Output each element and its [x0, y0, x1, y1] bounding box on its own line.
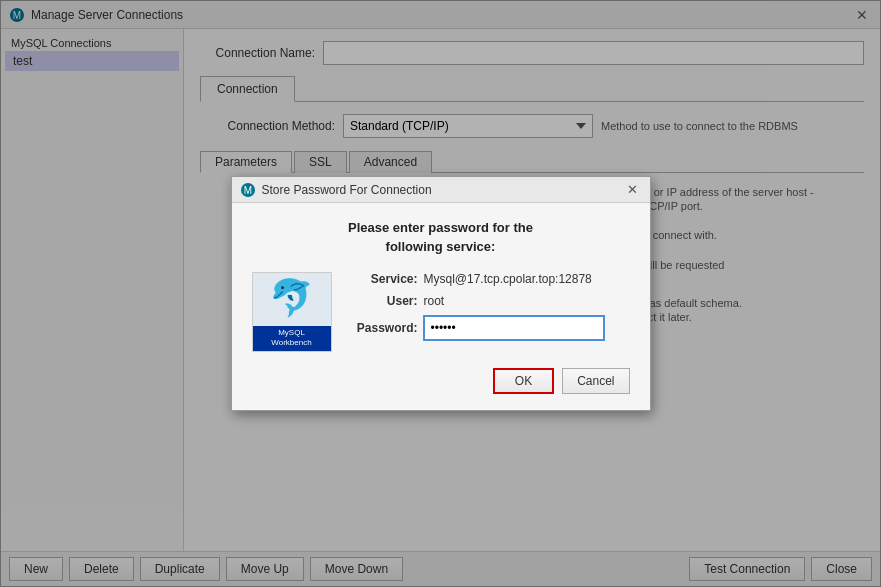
- dialog-content: 🐬 MySQL Workbench Service: Mysql@17.tcp.…: [252, 272, 630, 352]
- svg-text:M: M: [243, 185, 251, 196]
- service-row: Service: Mysql@17.tcp.cpolar.top:12878: [348, 272, 630, 286]
- service-value: Mysql@17.tcp.cpolar.top:12878: [424, 272, 592, 286]
- ok-button[interactable]: OK: [493, 368, 554, 394]
- logo-label-line1: MySQL: [253, 328, 331, 338]
- dialog-fields: Service: Mysql@17.tcp.cpolar.top:12878 U…: [348, 272, 630, 348]
- dialog-icon: M: [240, 182, 256, 198]
- dialog-title-bar: M Store Password For Connection ✕: [232, 177, 650, 203]
- logo-label-line2: Workbench: [253, 338, 331, 348]
- dialog-buttons: OK Cancel: [252, 368, 630, 394]
- service-label: Service:: [348, 272, 418, 286]
- dialog-password-row: Password:: [348, 316, 630, 340]
- dialog-title: Store Password For Connection: [262, 183, 618, 197]
- user-value: root: [424, 294, 445, 308]
- dialog-close-button[interactable]: ✕: [624, 181, 642, 199]
- dialog-password-input[interactable]: [424, 316, 604, 340]
- store-password-dialog: M Store Password For Connection ✕ Please…: [231, 176, 651, 410]
- cancel-button[interactable]: Cancel: [562, 368, 629, 394]
- dolphin-icon: 🐬: [269, 277, 314, 319]
- dialog-password-label: Password:: [348, 321, 418, 335]
- dialog-overlay: M Store Password For Connection ✕ Please…: [0, 0, 881, 587]
- dialog-heading: Please enter password for the following …: [252, 219, 630, 255]
- dialog-heading-line1: Please enter password for the: [348, 220, 533, 235]
- user-label: User:: [348, 294, 418, 308]
- workbench-logo: 🐬 MySQL Workbench: [252, 272, 332, 352]
- dialog-body: Please enter password for the following …: [232, 203, 650, 409]
- logo-label: MySQL Workbench: [253, 326, 331, 351]
- dialog-heading-line2: following service:: [386, 239, 496, 254]
- user-row: User: root: [348, 294, 630, 308]
